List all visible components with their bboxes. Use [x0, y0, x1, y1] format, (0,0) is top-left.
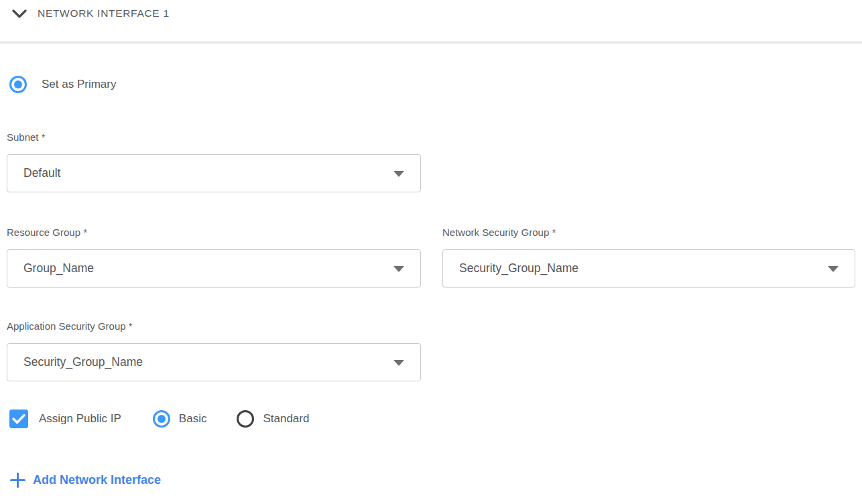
- assign-public-ip-label: Assign Public IP: [39, 412, 121, 426]
- section-divider: [0, 42, 862, 44]
- network-security-group-select[interactable]: Security_Group_Name: [442, 249, 855, 288]
- basic-option-label: Basic: [179, 412, 207, 426]
- section-title: NETWORK INTERFACE 1: [38, 7, 170, 19]
- chevron-down-icon[interactable]: [12, 9, 27, 19]
- caret-down-icon: [393, 171, 404, 177]
- radio-selected-icon[interactable]: [9, 76, 27, 93]
- field-subnet: Subnet * Default: [7, 131, 421, 192]
- field-network-security-group: Network Security Group * Security_Group_…: [442, 227, 855, 288]
- field-application-security-group: Application Security Group * Security_Gr…: [7, 320, 421, 381]
- network-security-group-label: Network Security Group *: [442, 227, 855, 238]
- subnet-selected-value: Default: [23, 166, 60, 180]
- network-security-group-selected-value: Security_Group_Name: [459, 261, 578, 275]
- resource-group-select[interactable]: Group_Name: [7, 249, 421, 288]
- subnet-select[interactable]: Default: [7, 154, 421, 192]
- network-interface-form: NETWORK INTERFACE 1 Set as Primary Subne…: [0, 0, 862, 504]
- radio-basic-selected-icon[interactable]: [153, 410, 170, 428]
- application-security-group-label: Application Security Group *: [7, 320, 421, 332]
- add-network-interface-link[interactable]: Add Network Interface: [10, 470, 161, 489]
- checkbox-checked-icon[interactable]: [9, 410, 28, 428]
- subnet-label: Subnet *: [7, 131, 421, 143]
- standard-option-label: Standard: [263, 412, 309, 426]
- add-network-interface-label: Add Network Interface: [33, 473, 161, 487]
- assign-public-ip-row: Assign Public IP Basic Standard: [9, 410, 309, 428]
- caret-down-icon: [828, 266, 839, 272]
- application-security-group-select[interactable]: Security_Group_Name: [7, 343, 421, 381]
- set-as-primary-label: Set as Primary: [42, 78, 116, 91]
- resource-group-label: Resource Group *: [7, 227, 421, 238]
- plus-icon: [10, 472, 25, 488]
- set-as-primary-option[interactable]: Set as Primary: [9, 76, 116, 93]
- resource-group-selected-value: Group_Name: [23, 261, 94, 275]
- field-resource-group: Resource Group * Group_Name: [7, 227, 421, 288]
- caret-down-icon: [393, 266, 404, 272]
- caret-down-icon: [393, 360, 404, 366]
- application-security-group-selected-value: Security_Group_Name: [23, 355, 143, 369]
- radio-standard-unselected-icon[interactable]: [237, 410, 254, 428]
